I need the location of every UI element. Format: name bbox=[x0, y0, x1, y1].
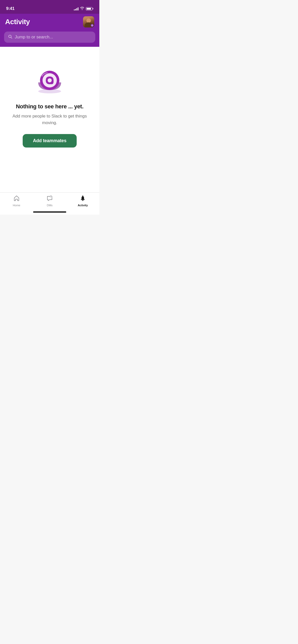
empty-state-title: Nothing to see here ... yet. bbox=[16, 103, 83, 110]
avatar-status-dot bbox=[91, 24, 94, 27]
add-teammates-button[interactable]: Add teammates bbox=[23, 134, 76, 148]
at-mention-icon bbox=[33, 67, 66, 96]
battery-icon bbox=[86, 7, 93, 10]
dms-icon bbox=[46, 195, 53, 203]
search-icon bbox=[8, 35, 12, 40]
svg-point-9 bbox=[50, 196, 52, 198]
home-icon bbox=[13, 195, 20, 203]
page-title: Activity bbox=[5, 18, 30, 26]
tab-home[interactable]: Home bbox=[0, 195, 33, 207]
search-container: Jump to or search... bbox=[0, 32, 99, 47]
wifi-icon bbox=[80, 7, 84, 11]
svg-point-6 bbox=[48, 78, 52, 82]
tab-dms-label: DMs bbox=[47, 204, 53, 207]
tab-home-label: Home bbox=[13, 204, 20, 207]
signal-icon bbox=[74, 7, 78, 10]
avatar[interactable] bbox=[83, 16, 94, 27]
search-bar[interactable]: Jump to or search... bbox=[4, 32, 95, 43]
main-content: Nothing to see here ... yet. Add more pe… bbox=[0, 47, 99, 194]
tab-activity-label: Activity bbox=[78, 204, 88, 207]
header: Activity bbox=[0, 14, 99, 32]
status-bar: 9:41 bbox=[0, 0, 99, 14]
home-indicator bbox=[33, 211, 66, 213]
empty-state-subtitle: Add more people to Slack to get things m… bbox=[0, 113, 99, 126]
status-time: 9:41 bbox=[6, 6, 15, 11]
tab-activity[interactable]: Activity bbox=[66, 195, 99, 207]
tab-dms[interactable]: DMs bbox=[33, 195, 66, 207]
svg-line-1 bbox=[11, 37, 12, 38]
search-placeholder: Jump to or search... bbox=[15, 35, 53, 40]
activity-bell-icon bbox=[79, 195, 86, 203]
status-icons bbox=[74, 7, 93, 11]
